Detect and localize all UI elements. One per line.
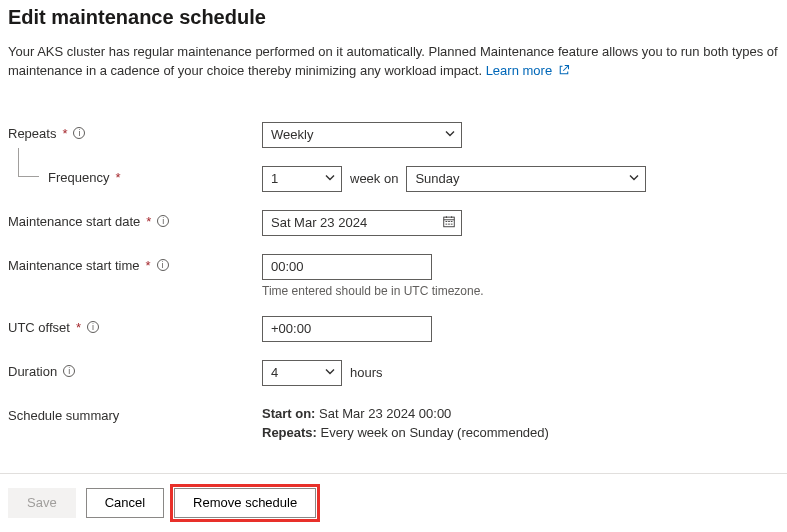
frequency-label: Frequency: [48, 170, 109, 185]
hours-label: hours: [350, 365, 383, 380]
frequency-day-value: Sunday: [415, 171, 459, 186]
repeats-label: Repeats: [8, 126, 56, 141]
page-title: Edit maintenance schedule: [8, 6, 779, 29]
summary-repeats-label: Repeats:: [262, 425, 317, 440]
save-button: Save: [8, 488, 76, 518]
remove-schedule-button[interactable]: Remove schedule: [174, 488, 316, 518]
info-icon[interactable]: i: [73, 127, 85, 139]
duration-select[interactable]: 4: [262, 360, 342, 386]
utc-offset-value: +00:00: [271, 321, 311, 336]
page-description: Your AKS cluster has regular maintenance…: [8, 43, 779, 82]
external-link-icon: [558, 63, 570, 82]
start-time-input[interactable]: 00:00: [262, 254, 432, 280]
info-icon[interactable]: i: [87, 321, 99, 333]
info-icon[interactable]: i: [157, 259, 169, 271]
required-marker: *: [146, 258, 151, 273]
learn-more-link[interactable]: Learn more: [486, 63, 570, 78]
required-marker: *: [115, 170, 120, 185]
duration-value: 4: [271, 365, 278, 380]
start-time-label: Maintenance start time: [8, 258, 140, 273]
required-marker: *: [76, 320, 81, 335]
schedule-summary-label: Schedule summary: [8, 408, 119, 423]
frequency-number-value: 1: [271, 171, 278, 186]
required-marker: *: [62, 126, 67, 141]
footer-actions: Save Cancel Remove schedule: [0, 474, 787, 532]
required-marker: *: [146, 214, 151, 229]
start-date-input[interactable]: Sat Mar 23 2024: [262, 210, 462, 236]
start-date-label: Maintenance start date: [8, 214, 140, 229]
summary-repeats-value: Every week on Sunday (recommended): [321, 425, 549, 440]
info-icon[interactable]: i: [157, 215, 169, 227]
frequency-number-select[interactable]: 1: [262, 166, 342, 192]
time-helper-text: Time entered should be in UTC timezone.: [262, 284, 484, 298]
repeats-value: Weekly: [271, 127, 313, 142]
cancel-button[interactable]: Cancel: [86, 488, 164, 518]
utc-offset-label: UTC offset: [8, 320, 70, 335]
frequency-day-select[interactable]: Sunday: [406, 166, 646, 192]
learn-more-label: Learn more: [486, 63, 552, 78]
summary-start-on-value: Sat Mar 23 2024 00:00: [319, 406, 451, 421]
repeats-select[interactable]: Weekly: [262, 122, 462, 148]
start-time-value: 00:00: [271, 259, 304, 274]
info-icon[interactable]: i: [63, 365, 75, 377]
schedule-summary-text: Start on: Sat Mar 23 2024 00:00 Repeats:…: [262, 404, 549, 443]
description-text: Your AKS cluster has regular maintenance…: [8, 44, 778, 78]
start-date-value: Sat Mar 23 2024: [271, 215, 367, 230]
duration-label: Duration: [8, 364, 57, 379]
week-on-label: week on: [350, 171, 398, 186]
utc-offset-input[interactable]: +00:00: [262, 316, 432, 342]
summary-start-on-label: Start on:: [262, 406, 315, 421]
